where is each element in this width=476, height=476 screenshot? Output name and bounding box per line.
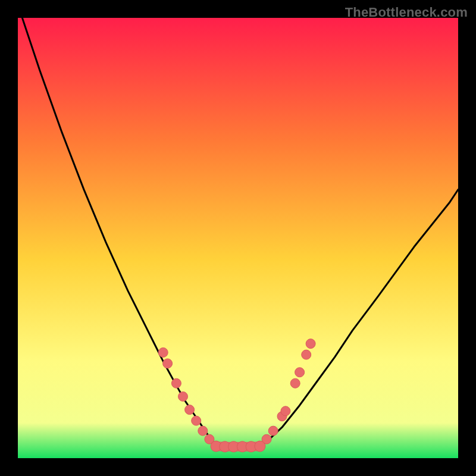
- data-marker: [198, 426, 208, 436]
- data-marker: [281, 406, 290, 416]
- data-marker: [255, 441, 265, 452]
- data-marker: [295, 368, 305, 377]
- data-marker: [302, 350, 311, 359]
- data-marker: [192, 416, 201, 425]
- data-marker: [290, 378, 300, 388]
- data-marker: [306, 339, 315, 349]
- plot-area: [18, 18, 458, 458]
- data-marker: [178, 392, 188, 401]
- data-marker: [163, 359, 173, 368]
- data-marker: [158, 347, 168, 357]
- chart-container: TheBottleneck.com: [0, 0, 476, 476]
- gradient-background: [18, 18, 458, 458]
- data-marker: [185, 405, 195, 415]
- data-marker: [268, 426, 278, 436]
- chart-svg: [18, 18, 458, 458]
- data-marker: [171, 378, 181, 388]
